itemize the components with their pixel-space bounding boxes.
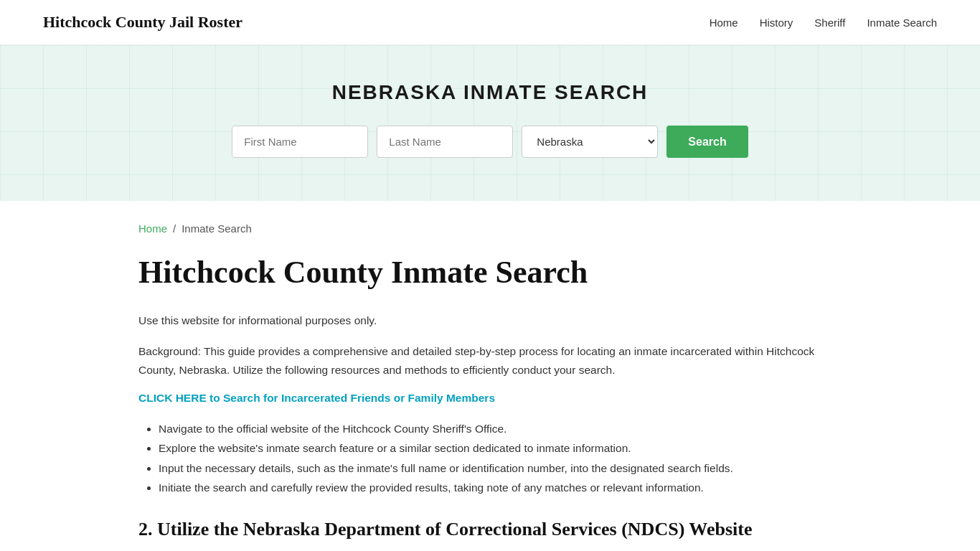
nav-home[interactable]: Home xyxy=(710,17,738,29)
list-item: Initiate the search and carefully review… xyxy=(159,478,842,497)
breadcrumb-home[interactable]: Home xyxy=(138,222,167,235)
nav-history[interactable]: History xyxy=(760,17,793,29)
nav-sheriff[interactable]: Sheriff xyxy=(814,17,845,29)
breadcrumb: Home / Inmate Search xyxy=(138,222,842,235)
search-button[interactable]: Search xyxy=(666,126,748,158)
state-select[interactable]: Nebraska Alabama Alaska Arizona Arkansas… xyxy=(522,126,658,158)
section-2-heading: 2. Utilize the Nebraska Department of Co… xyxy=(138,519,842,540)
last-name-input[interactable] xyxy=(377,126,513,158)
list-item: Explore the website's inmate search feat… xyxy=(159,438,842,458)
site-header: Hitchcock County Jail Roster Home Histor… xyxy=(0,0,980,45)
first-name-input[interactable] xyxy=(232,126,368,158)
hero-banner: NEBRASKA INMATE SEARCH Nebraska Alabama … xyxy=(0,45,980,201)
list-item: Navigate to the official website of the … xyxy=(159,419,842,438)
steps-list: Navigate to the official website of the … xyxy=(138,419,842,497)
breadcrumb-separator: / xyxy=(173,222,176,235)
list-item: Input the necessary details, such as the… xyxy=(159,458,842,478)
breadcrumb-current: Inmate Search xyxy=(182,222,252,235)
site-title: Hitchcock County Jail Roster xyxy=(43,13,242,32)
intro-paragraph-2: Background: This guide provides a compre… xyxy=(138,342,842,379)
nav-inmate-search[interactable]: Inmate Search xyxy=(867,17,937,29)
page-title: Hitchcock County Inmate Search xyxy=(138,255,842,291)
main-content: Home / Inmate Search Hitchcock County In… xyxy=(95,201,885,551)
hero-title: NEBRASKA INMATE SEARCH xyxy=(14,81,966,104)
intro-paragraph-1: Use this website for informational purpo… xyxy=(138,311,842,330)
click-here-link[interactable]: CLICK HERE to Search for Incarcerated Fr… xyxy=(138,392,495,405)
main-nav: Home History Sheriff Inmate Search xyxy=(710,17,937,29)
search-form: Nebraska Alabama Alaska Arizona Arkansas… xyxy=(14,126,966,158)
